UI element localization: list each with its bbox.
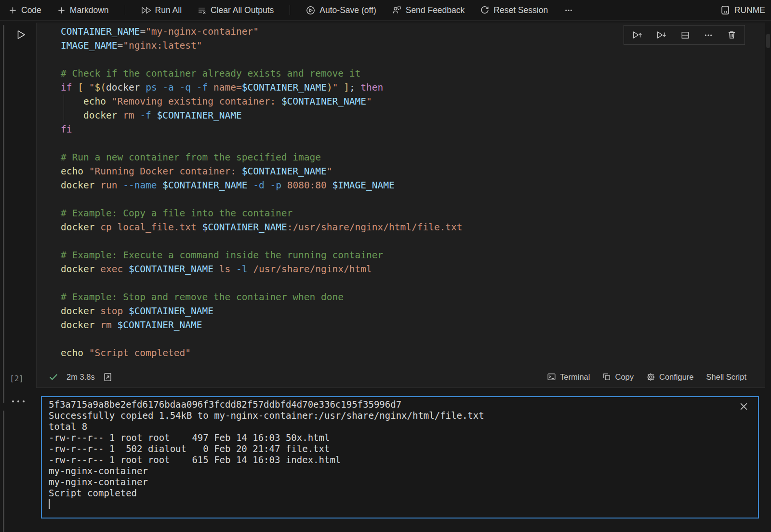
terminal-cursor (49, 499, 50, 509)
execute-below-button[interactable] (656, 30, 666, 40)
code-token: -l (236, 264, 253, 275)
code-line[interactable]: docker rm -f $CONTAINER_NAME (61, 108, 463, 122)
refresh-icon (480, 6, 489, 14)
copy-button[interactable]: Copy (602, 372, 634, 382)
code-token: ] (344, 82, 349, 93)
terminal-label: Terminal (560, 372, 590, 382)
code-token: = (140, 26, 146, 37)
add-markdown-label: Markdown (70, 5, 109, 15)
code-token: $IMAGE_NAME (332, 180, 395, 191)
code-line[interactable]: # Example: Execute a command inside the … (61, 248, 463, 262)
runme-brand[interactable]: RUNME (720, 5, 766, 15)
code-line[interactable]: echo "Running Docker container: $CONTAIN… (61, 164, 463, 178)
code-token: "Script completed" (89, 347, 191, 359)
session-output-icon[interactable] (103, 372, 112, 382)
auto-save-toggle[interactable]: Auto-Save (off) (306, 5, 376, 15)
code-line[interactable]: docker rm $CONTAINER_NAME (61, 318, 463, 332)
code-token: docker (61, 110, 123, 121)
code-token: -d (253, 180, 270, 191)
add-code-button[interactable]: Code (9, 5, 41, 15)
code-line[interactable]: docker run --name $CONTAINER_NAME -d -p … (61, 178, 463, 192)
code-line[interactable]: # Example: Copy a file into the containe… (61, 206, 463, 220)
toolbar-more-button[interactable] (564, 6, 573, 14)
language-picker[interactable]: Shell Script (706, 372, 746, 382)
output-line: -rw-r--r-- 1 root root 615 Feb 14 16:03 … (49, 454, 484, 466)
code-token: rm (123, 110, 140, 121)
code-token: ) (327, 82, 332, 93)
code-token: echo (61, 166, 89, 177)
clear-all-outputs-button[interactable]: Clear All Outputs (198, 5, 274, 15)
notebook-window: Code Markdown Run All Clear All Outputs (0, 0, 771, 532)
code-line[interactable]: docker stop $CONTAINER_NAME (61, 304, 463, 318)
code-token: docker (61, 319, 100, 331)
code-token: "nginx:latest" (123, 40, 202, 51)
run-cell-button[interactable] (14, 27, 28, 42)
output-line: -rw-r--r-- 1 502 dialout 0 Feb 20 21:47 … (49, 443, 484, 454)
code-line[interactable]: CONTAINER_NAME="my-nginx-container" (61, 25, 463, 39)
code-token: -q (180, 82, 197, 93)
close-output-button[interactable] (740, 403, 747, 410)
code-line[interactable]: # Example: Stop and remove the container… (61, 290, 463, 304)
code-cell: CONTAINER_NAME="my-nginx-container"IMAGE… (36, 23, 765, 388)
code-line[interactable]: echo "Removing existing container: $CONT… (61, 94, 463, 108)
reset-session-button[interactable]: Reset Session (480, 5, 548, 15)
delete-cell-button[interactable] (727, 30, 736, 40)
output-panel[interactable]: 5f3a715a9a8be2efd6176bdaa096f3fcdd82f57d… (41, 396, 759, 519)
code-token: # Example: Stop and remove the container… (61, 292, 344, 303)
code-token: "Running Docker container: (89, 166, 242, 177)
send-feedback-button[interactable]: Send Feedback (392, 5, 465, 15)
code-token: $CONTAINER_NAME (281, 96, 366, 107)
code-line[interactable]: docker exec $CONTAINER_NAME ls -l /usr/s… (61, 262, 463, 276)
code-line[interactable] (61, 192, 463, 206)
code-line[interactable] (61, 53, 463, 66)
auto-save-label: Auto-Save (off) (319, 5, 376, 15)
runme-brand-label: RUNME (734, 5, 765, 15)
code-line[interactable] (61, 332, 463, 346)
output-focus-bar (3, 411, 4, 532)
code-token: --name (123, 180, 162, 191)
add-markdown-button[interactable]: Markdown (57, 5, 109, 15)
code-line[interactable]: # Check if the container already exists … (61, 66, 463, 80)
terminal-button[interactable]: Terminal (547, 372, 590, 382)
reset-session-label: Reset Session (493, 5, 548, 15)
execute-above-button[interactable] (632, 30, 642, 40)
code-token: -p (270, 180, 287, 191)
cell-status-bar: 2m 3.8s Terminal Copy (37, 366, 765, 387)
code-line[interactable]: docker cp local_file.txt $CONTAINER_NAME… (61, 220, 463, 234)
code-line[interactable]: fi (61, 122, 463, 136)
code-line[interactable]: IMAGE_NAME="nginx:latest" (61, 39, 463, 53)
code-line[interactable]: if [ "$(docker ps -a -q -f name=$CONTAIN… (61, 80, 463, 94)
output-line: Script completed (49, 488, 484, 499)
code-editor[interactable]: CONTAINER_NAME="my-nginx-container"IMAGE… (61, 25, 463, 360)
split-cell-button[interactable] (680, 31, 690, 40)
output-line: 5f3a715a9a8be2efd6176bdaa096f3fcdd82f57d… (49, 399, 484, 410)
code-token: run (100, 180, 123, 191)
run-all-button[interactable]: Run All (141, 5, 182, 15)
execution-count: [2] (10, 374, 24, 383)
code-line[interactable]: # Run a new container from the specified… (61, 150, 463, 164)
code-line[interactable]: echo "Script completed" (61, 346, 463, 360)
code-token: if (61, 82, 78, 93)
configure-button[interactable]: Configure (646, 372, 694, 382)
code-token: [ (78, 82, 89, 93)
clear-outputs-icon (198, 6, 206, 14)
output-line: Successfully copied 1.54kB to my-nginx-c… (49, 410, 484, 421)
code-token: ps (146, 82, 162, 93)
more-actions-button[interactable] (704, 31, 713, 40)
collapse-output-button[interactable] (12, 400, 25, 402)
code-token: $( (94, 82, 106, 93)
copy-label: Copy (615, 372, 634, 382)
close-icon (740, 403, 747, 410)
code-token: :/usr/share/nginx/html/file.txt (287, 222, 463, 233)
code-line[interactable] (61, 234, 463, 248)
code-token: -f (197, 82, 213, 93)
play-icon (15, 28, 27, 41)
code-line[interactable] (61, 276, 463, 290)
more-icon (564, 6, 573, 14)
scrollbar-thumb[interactable] (766, 34, 770, 48)
code-token: local_file.txt (117, 222, 202, 233)
code-token: stop (100, 306, 129, 317)
code-token: /usr/share/nginx/html (253, 264, 372, 275)
code-line[interactable] (61, 136, 463, 150)
plus-icon (57, 6, 66, 14)
